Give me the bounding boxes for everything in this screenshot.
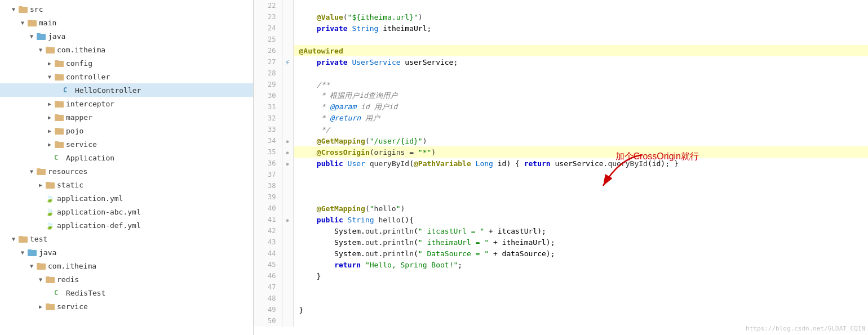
code-content: * @param id 用户id [293,101,868,113]
folder-icon-interceptor [54,100,64,108]
folder-icon-test-java [27,248,37,256]
folder-icon-controller [54,73,64,81]
yaml-abc-icon: 🍃 [45,208,55,216]
tree-item-app-abc-yml[interactable]: ▶ 🍃 application-abc.yml [0,205,253,218]
folder-icon-config [54,59,64,67]
expand-arrow-interceptor: ▶ [45,101,54,107]
gutter-cell [282,191,293,203]
line-number: 39 [254,191,282,203]
folder-icon-java [36,32,46,40]
tree-label-hello-controller: HelloController [75,86,141,95]
tree-item-test-java[interactable]: ▼ java [0,245,253,259]
svg-rect-27 [28,249,32,251]
tree-label-mapper: mapper [66,113,92,122]
line-number: 22 [254,0,282,11]
tree-item-mapper[interactable]: ▶ mapper [0,110,253,124]
line-number: 30 [254,90,282,101]
code-content [293,0,868,11]
expand-arrow-mapper: ▶ [45,114,54,120]
code-content: /** [293,79,868,90]
gutter-cell [282,259,293,270]
code-content: public User queryById(@PathVariable Long… [293,158,868,169]
svg-rect-1 [19,6,23,8]
yaml-icon: 🍃 [45,194,55,203]
code-content: public String hello(){ [293,214,868,225]
file-tree[interactable]: ▼ src ▼ main ▼ java ▼ com.itheima ▶ [0,0,254,335]
folder-icon-test [18,235,28,243]
java-class-icon: C [63,86,73,94]
line-number: 32 [254,113,282,124]
tree-item-redis[interactable]: ▼ redis [0,273,253,286]
tree-item-com-itheima[interactable]: ▼ com.itheima [0,43,253,56]
line-number: 26 [254,45,282,56]
code-content: @Autowired [293,45,868,56]
tree-item-app-yml[interactable]: ▶ 🍃 application.yml [0,191,253,205]
svg-rect-7 [46,47,50,48]
line-number: 36 [254,158,282,169]
folder-icon-test-com-itheima [36,262,46,270]
tree-label-application: Application [66,154,114,162]
code-content [293,180,868,191]
gutter-cell [282,169,293,180]
svg-rect-17 [55,128,59,129]
tree-item-application[interactable]: ▶ C Application [0,151,253,164]
line-number: 34 [254,135,282,146]
tree-item-controller[interactable]: ▼ controller [0,70,253,83]
gutter-cell [282,90,293,101]
folder-icon-static [45,181,55,189]
tree-item-redis-test[interactable]: ▶ C RedisTest [0,286,253,300]
gutter-cell [282,225,293,236]
folder-icon-service2 [45,302,55,310]
tree-item-config[interactable]: ▶ config [0,56,253,70]
code-content [293,282,868,293]
tree-item-service2[interactable]: ▶ service [0,300,253,313]
yaml-def-icon: 🍃 [45,221,55,230]
line-number: 48 [254,293,282,304]
tree-item-service[interactable]: ▶ service [0,137,253,151]
tree-item-test-com-itheima[interactable]: ▼ com.itheima [0,259,253,273]
tree-label-static: static [57,181,83,189]
code-lines: 22 23 @Value("${itheima.url}")24 private… [254,0,868,327]
gutter-cell [282,180,293,191]
svg-rect-13 [55,101,59,102]
code-content: @CrossOrigin(origins = "*") [293,146,868,158]
gutter-cell [282,124,293,135]
tree-label-test-com-itheima: com.itheima [48,262,96,270]
folder-icon-main [27,19,37,26]
expand-arrow-controller: ▼ [45,74,54,80]
code-content: */ [293,124,868,135]
tree-item-main[interactable]: ▼ main [0,16,253,29]
tree-item-src[interactable]: ▼ src [0,2,253,16]
expand-arrow-test: ▼ [9,236,18,242]
code-content: System.out.println(" DataSource = " + da… [293,248,868,259]
svg-rect-21 [37,168,41,170]
tree-label-app-yml: application.yml [57,194,123,203]
folder-icon-pojo [54,127,64,135]
tree-item-app-def-yml[interactable]: ▶ 🍃 application-def.yml [0,218,253,232]
code-content: * 根据用户id查询用户 [293,90,868,101]
code-content: private String itheimaUrl; [293,23,868,34]
expand-arrow-src: ▼ [9,6,18,12]
tree-label-java: java [48,32,65,41]
svg-rect-9 [55,60,59,62]
tree-item-resources[interactable]: ▼ resources [0,164,253,178]
tree-item-static[interactable]: ▶ static [0,178,253,191]
code-content [293,169,868,180]
line-number: 49 [254,304,282,315]
tree-item-interceptor[interactable]: ▶ interceptor [0,97,253,110]
line-number: 24 [254,23,282,34]
tree-item-java[interactable]: ▼ java [0,29,253,43]
line-number: 25 [254,34,282,45]
line-number: 46 [254,270,282,282]
tree-label-pojo: pojo [66,127,83,135]
expand-arrow-com-itheima: ▼ [36,47,45,53]
svg-rect-23 [46,182,50,184]
expand-arrow-test-java: ▼ [18,249,27,256]
line-number: 29 [254,79,282,90]
gutter-cell [282,236,293,248]
folder-icon-resources [36,167,46,175]
tree-item-hello-controller[interactable]: ▶ C HelloController [0,83,253,97]
tree-item-pojo[interactable]: ▶ pojo [0,124,253,137]
tree-item-test[interactable]: ▼ test [0,232,253,245]
line-number: 44 [254,248,282,259]
